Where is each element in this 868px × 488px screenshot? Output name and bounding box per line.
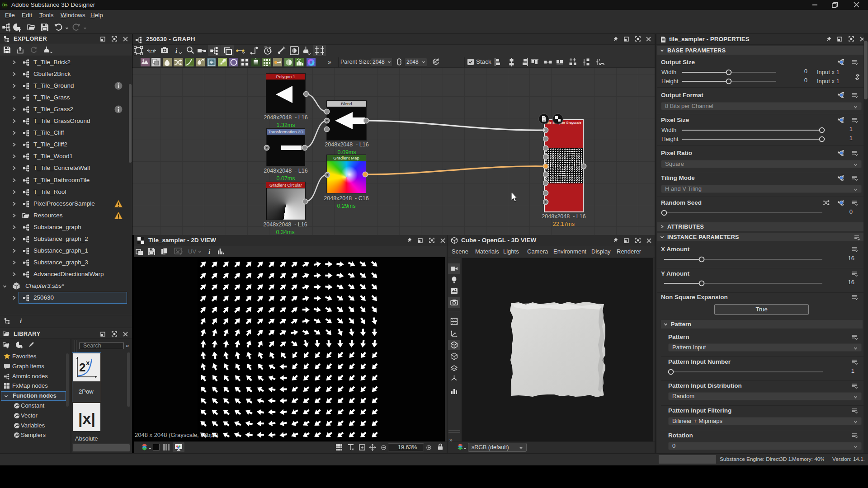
svg-text:|x|: |x| bbox=[78, 410, 95, 427]
svg-text:2: 2 bbox=[79, 361, 85, 374]
svg-text:i: i bbox=[175, 47, 178, 54]
svg-text:1:1: 1:1 bbox=[149, 49, 155, 53]
svg-text:x: x bbox=[86, 359, 90, 366]
